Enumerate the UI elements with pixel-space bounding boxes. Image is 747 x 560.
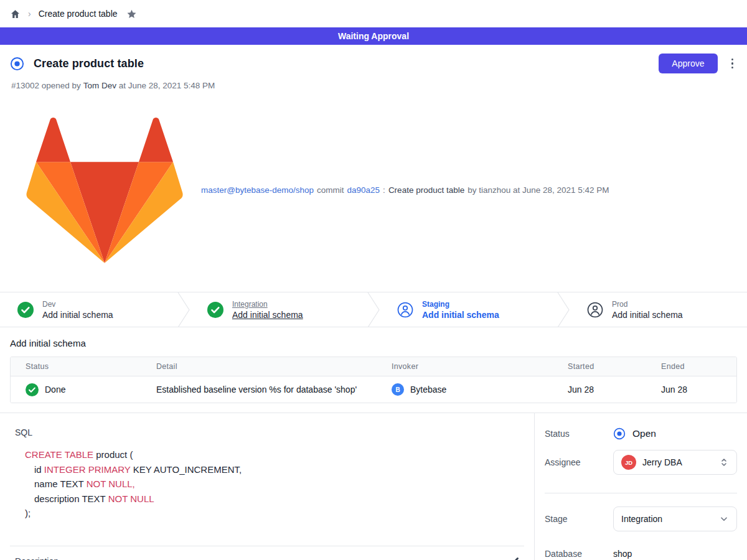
- stage-text: ProdAdd initial schema: [612, 299, 683, 320]
- pipeline-stages: DevAdd initial schemaIntegrationAdd init…: [0, 292, 747, 327]
- kebab-menu-icon[interactable]: [728, 56, 738, 72]
- home-icon[interactable]: [10, 9, 21, 19]
- issue-open-icon: [10, 57, 24, 71]
- stage-select[interactable]: Integration: [613, 506, 737, 531]
- stage-separator-icon: [557, 292, 570, 327]
- description-section: Description Create product table: [10, 546, 524, 560]
- stage-label: Stage: [545, 514, 613, 524]
- invoker-name: Bytebase: [410, 385, 446, 394]
- stage-env-label: Staging: [422, 299, 499, 309]
- stage-separator-icon: [177, 292, 190, 327]
- sql-text: id: [34, 464, 44, 475]
- pipeline-stage-integration[interactable]: IntegrationAdd initial schema: [190, 292, 367, 327]
- branch-repo-link[interactable]: master@bytebase-demo/shop: [201, 185, 314, 195]
- column-header-started: Started: [553, 362, 646, 371]
- assignee-value: Jerry DBA: [642, 457, 682, 467]
- task-title: Add initial schema: [10, 338, 737, 348]
- sidebar-info-fields: DatabaseshopInstanceOn-premises Dev MySQ…: [545, 548, 737, 560]
- commit-word: commit: [317, 185, 344, 195]
- stage-text: IntegrationAdd initial schema: [232, 299, 303, 320]
- issue-meta: #13002 opened by Tom Dev at June 28, 202…: [11, 81, 737, 90]
- task-status-text: Done: [45, 385, 65, 394]
- commit-message: Create product table: [388, 185, 464, 195]
- approve-button[interactable]: Approve: [659, 54, 717, 73]
- edit-pencil-icon[interactable]: [509, 556, 520, 560]
- pipeline-stage-dev[interactable]: DevAdd initial schema: [0, 292, 177, 327]
- chevron-down-icon: [719, 514, 729, 524]
- status-row: Status Open: [545, 427, 737, 440]
- field-value: shop: [613, 549, 632, 559]
- sql-text: description TEXT: [34, 493, 108, 504]
- check-circle-icon: [207, 302, 223, 318]
- description-label: Description: [15, 556, 59, 560]
- column-header-invoker: Invoker: [377, 362, 553, 371]
- open-status-icon: [613, 427, 626, 440]
- stage-env-label: Dev: [42, 299, 113, 309]
- breadcrumb: › Create product table: [0, 0, 747, 27]
- task-started-cell: Jun 28: [553, 385, 646, 394]
- sql-line: name TEXT NOT NULL,: [25, 477, 519, 492]
- issue-opened-time: at June 28, 2021 5:48 PM: [119, 81, 215, 90]
- chevron-right-icon: ›: [27, 9, 32, 19]
- invoker-avatar: B: [392, 383, 404, 396]
- sql-code: CREATE TABLE product (id INTEGER PRIMARY…: [25, 447, 519, 521]
- assignee-avatar: JD: [621, 455, 636, 470]
- sql-section: SQL CREATE TABLE product (id INTEGER PRI…: [0, 413, 534, 521]
- task-table-row[interactable]: DoneEstablished baseline version %s for …: [11, 376, 736, 403]
- sql-text: product (: [93, 449, 133, 460]
- commit-hash-link[interactable]: da90a25: [347, 185, 380, 195]
- issue-author: Tom Dev: [83, 81, 116, 90]
- person-circle-icon: [397, 302, 413, 318]
- star-icon[interactable]: [126, 9, 137, 19]
- sidebar-divider: [545, 493, 737, 493]
- task-detail-cell: Established baseline version %s for data…: [141, 385, 377, 394]
- assignee-label: Assignee: [545, 457, 613, 467]
- colon: :: [383, 185, 385, 195]
- assignee-select[interactable]: JD Jerry DBA: [613, 450, 737, 475]
- column-header-ended: Ended: [646, 362, 736, 371]
- commit-info: master@bytebase-demo/shop commit da90a25…: [11, 96, 737, 284]
- sql-line: CREATE TABLE product (: [25, 447, 519, 462]
- pipeline-stage-prod[interactable]: ProdAdd initial schema: [570, 292, 747, 327]
- sql-keyword: CREATE TABLE: [25, 449, 93, 460]
- issue-number: #13002 opened by: [11, 81, 81, 90]
- field-label: Database: [545, 549, 613, 559]
- breadcrumb-current[interactable]: Create product table: [39, 9, 118, 19]
- task-table: StatusDetailInvokerStartedEnded DoneEsta…: [10, 357, 737, 403]
- stage-task-label: Add initial schema: [612, 309, 683, 320]
- issue-title: Create product table: [34, 57, 144, 70]
- task-status-cell: Done: [11, 383, 141, 396]
- stage-row: Stage Integration: [545, 506, 737, 531]
- sql-line: );: [25, 506, 519, 521]
- task-section: Add initial schema StatusDetailInvokerSt…: [0, 327, 747, 403]
- column-header-status: Status: [11, 362, 141, 371]
- check-circle-icon: [26, 383, 39, 396]
- waiting-approval-banner: Waiting Approval: [0, 27, 747, 45]
- main-column: SQL CREATE TABLE product (id INTEGER PRI…: [0, 413, 534, 560]
- stage-task-label: Add initial schema: [422, 309, 499, 320]
- stage-env-label: Integration: [232, 299, 303, 309]
- sql-text: );: [25, 508, 31, 518]
- person-circle-icon: [587, 302, 603, 318]
- sql-text: name TEXT: [34, 478, 87, 489]
- pipeline-stage-staging[interactable]: StagingAdd initial schema: [380, 292, 557, 327]
- column-header-detail: Detail: [141, 362, 377, 371]
- sql-keyword: INTEGER PRIMARY: [44, 464, 131, 475]
- stage-env-label: Prod: [612, 299, 683, 309]
- stage-task-label: Add initial schema: [232, 309, 303, 320]
- gitlab-icon: [11, 96, 198, 284]
- task-ended-cell: Jun 28: [646, 385, 736, 394]
- stage-value: Integration: [621, 514, 662, 524]
- stage-separator-icon: [367, 292, 380, 327]
- stage-text: StagingAdd initial schema: [422, 299, 499, 320]
- sql-line: id INTEGER PRIMARY KEY AUTO_INCREMENT,: [25, 462, 519, 477]
- sql-keyword: NOT NULL: [108, 493, 154, 504]
- sql-keyword: NOT NULL,: [87, 478, 135, 489]
- sql-label: SQL: [15, 427, 519, 437]
- stage-task-label: Add initial schema: [42, 309, 113, 320]
- sql-line: description TEXT NOT NULL: [25, 492, 519, 506]
- check-circle-icon: [17, 302, 34, 318]
- commit-byline: by tianzhou at June 28, 2021 5:42 PM: [467, 185, 609, 195]
- status-label: Status: [545, 429, 613, 439]
- task-table-header: StatusDetailInvokerStartedEnded: [11, 357, 736, 376]
